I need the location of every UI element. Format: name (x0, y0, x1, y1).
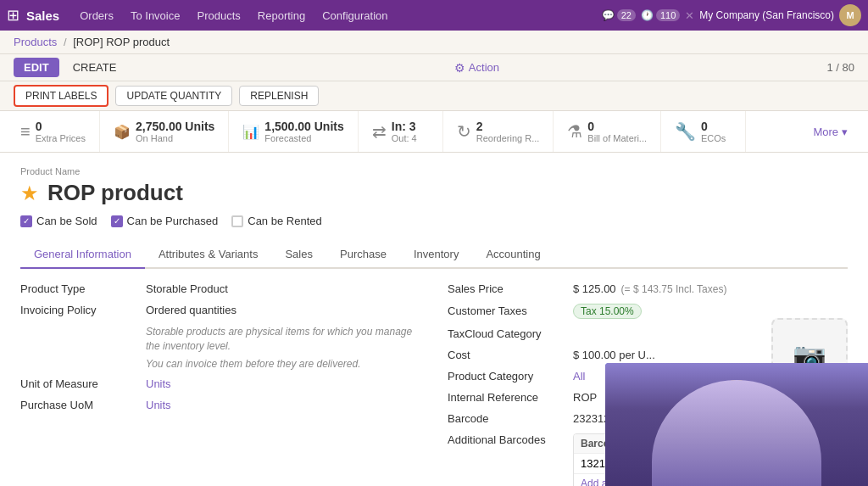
person-silhouette (652, 380, 821, 486)
wrench-icon: 🔧 (675, 121, 696, 142)
gear-icon: ⚙ (454, 61, 465, 75)
nav-to-invoice[interactable]: To Invoice (124, 0, 187, 31)
help-text-2: You can invoice them before they are del… (146, 357, 420, 371)
purchase-uom-value[interactable]: Units (146, 399, 171, 411)
on-hand-button[interactable]: 📦 2,750.00 Units On Hand (100, 111, 229, 152)
product-type-field: Product Type Storable Product (20, 282, 420, 295)
nav-reporting[interactable]: Reporting (251, 0, 312, 31)
customer-taxes-field: Customer Taxes Tax 15.00% (448, 304, 848, 319)
forecast-icon: 📊 (242, 124, 259, 140)
top-right-icons: 💬22 🕐110 ✕ My Company (San Francisco) M (602, 4, 861, 26)
page-info: 1 / 80 (826, 61, 854, 74)
product-name: ROP product (47, 180, 183, 206)
breadcrumb: Products / [ROP] ROP product (0, 31, 868, 54)
product-name-label: Product Name (20, 166, 848, 176)
tax-tag[interactable]: Tax 15.00% (573, 304, 642, 319)
action-dropdown[interactable]: ⚙ Action (454, 61, 499, 75)
bom-button[interactable]: ⚗ 0 Bill of Materi... (554, 111, 661, 152)
more-button[interactable]: More ▾ (799, 117, 861, 147)
tab-inventory[interactable]: Inventory (400, 241, 472, 269)
main-content: 📷 Product Name ★ ROP product ✓ Can be So… (0, 153, 868, 486)
tab-accounting[interactable]: Accounting (472, 241, 554, 269)
tab-purchase[interactable]: Purchase (326, 241, 400, 269)
form-left: Product Type Storable Product Invoicing … (20, 282, 420, 486)
edit-button[interactable]: EDIT (14, 58, 59, 77)
forecasted-button[interactable]: 📊 1,500.00 Units Forecasted (229, 111, 358, 152)
product-name-row: ★ ROP product (20, 180, 848, 206)
product-category-value[interactable]: All (573, 370, 585, 383)
create-button[interactable]: CREATE (63, 58, 127, 77)
favorite-star[interactable]: ★ (20, 182, 39, 205)
invoicing-policy-field: Invoicing Policy Ordered quantities (20, 304, 420, 316)
transfers-button[interactable]: ⇄ In: 3 Out: 4 (359, 111, 443, 152)
tab-attributes-variants[interactable]: Attributes & Variants (145, 241, 272, 269)
video-person (605, 363, 868, 486)
clock-icon[interactable]: 🕐110 (641, 9, 680, 21)
ecos-button[interactable]: 🔧 0 ECOs (661, 111, 746, 152)
app-grid-icon[interactable]: ⊞ (7, 6, 19, 25)
nav-products[interactable]: Products (190, 0, 247, 31)
secondary-bar: PRINT LABELS UPDATE QUANTITY REPLENISH (0, 81, 868, 111)
user-avatar[interactable]: M (839, 4, 861, 26)
video-overlay (605, 363, 868, 486)
tab-sales[interactable]: Sales (271, 241, 326, 269)
list-icon: ≡ (20, 122, 31, 142)
checkbox-row: ✓ Can be Sold ✓ Can be Purchased Can be … (20, 215, 848, 227)
unit-of-measure-value[interactable]: Units (146, 377, 171, 390)
breadcrumb-current: [ROP] ROP product (73, 36, 170, 48)
app-name: Sales (26, 8, 59, 23)
company-name[interactable]: My Company (San Francisco) (699, 9, 834, 21)
units-icon: 📦 (114, 124, 131, 140)
purchase-uom-field: Purchase UoM Units (20, 399, 420, 411)
top-navigation: ⊞ Sales Orders To Invoice Products Repor… (0, 0, 868, 31)
tab-general-information[interactable]: General Information (20, 241, 145, 269)
reordering-button[interactable]: ↻ 2 Reordering R... (443, 111, 554, 152)
action-bar: EDIT CREATE ⚙ Action 1 / 80 (0, 54, 868, 81)
chevron-down-icon: ▾ (842, 126, 848, 138)
sales-price-field: Sales Price $ 125.00 (= $ 143.75 Incl. T… (448, 282, 848, 295)
transfer-icon: ⇄ (372, 121, 387, 142)
can-be-sold-checkbox[interactable]: ✓ Can be Sold (20, 215, 97, 227)
smart-buttons-bar: ≡ 0 Extra Prices 📦 2,750.00 Units On Han… (0, 111, 868, 153)
reorder-icon: ↻ (457, 121, 471, 142)
can-be-purchased-checkbox[interactable]: ✓ Can be Purchased (111, 215, 219, 227)
extra-prices-button[interactable]: ≡ 0 Extra Prices (7, 111, 100, 152)
can-be-rented-checkbox[interactable]: Can be Rented (231, 215, 321, 227)
nav-orders[interactable]: Orders (73, 0, 120, 31)
print-labels-button[interactable]: PRINT LABELS (14, 85, 108, 107)
replenish-button[interactable]: REPLENISH (239, 86, 319, 106)
help-text-1: Storable products are physical items for… (146, 325, 420, 354)
nav-configuration[interactable]: Configuration (315, 0, 394, 31)
messages-icon[interactable]: 💬22 (602, 9, 636, 21)
bom-icon: ⚗ (567, 121, 582, 142)
unit-of-measure-field: Unit of Measure Units (20, 377, 420, 390)
breadcrumb-parent[interactable]: Products (14, 36, 57, 48)
tabs-bar: General Information Attributes & Variant… (20, 241, 848, 269)
update-quantity-button[interactable]: UPDATE QUANTITY (115, 86, 232, 106)
